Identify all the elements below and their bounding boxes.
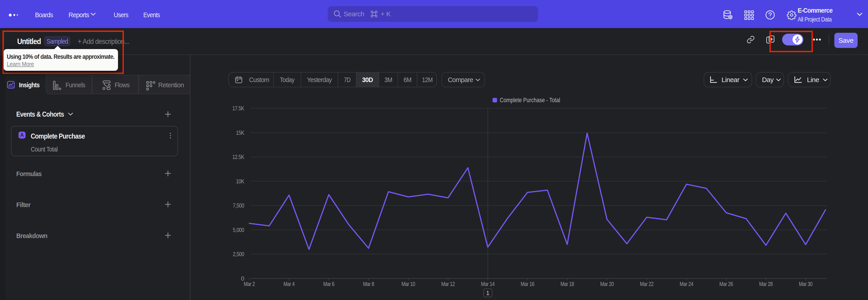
svg-text:Mar 6: Mar 6 [323, 280, 334, 287]
svg-text:15K: 15K [236, 129, 244, 136]
svg-text:Mar 14: Mar 14 [481, 280, 495, 287]
svg-text:Mar 4: Mar 4 [283, 280, 294, 287]
svg-text:Mar 30: Mar 30 [799, 280, 812, 287]
svg-text:17.5K: 17.5K [232, 105, 244, 112]
svg-text:Mar 8: Mar 8 [363, 280, 374, 287]
svg-text:Mar 24: Mar 24 [680, 280, 693, 287]
svg-text:Mar 10: Mar 10 [401, 280, 415, 287]
svg-text:Mar 26: Mar 26 [719, 280, 733, 287]
svg-text:Mar 20: Mar 20 [600, 280, 614, 287]
svg-text:7,500: 7,500 [233, 202, 244, 209]
svg-text:10K: 10K [236, 178, 244, 185]
svg-text:12.5K: 12.5K [232, 153, 244, 160]
svg-text:Mar 22: Mar 22 [640, 280, 653, 287]
svg-text:Complete Purchase - Total: Complete Purchase - Total [500, 96, 560, 103]
svg-text:Mar 16: Mar 16 [521, 280, 534, 287]
svg-text:Mar 2: Mar 2 [244, 280, 255, 287]
svg-text:2,500: 2,500 [233, 251, 244, 258]
svg-text:1: 1 [486, 290, 489, 296]
svg-text:Mar 12: Mar 12 [441, 280, 455, 287]
svg-text:5,000: 5,000 [233, 227, 244, 233]
svg-text:Mar 18: Mar 18 [560, 280, 574, 287]
svg-text:Mar 28: Mar 28 [759, 280, 773, 287]
